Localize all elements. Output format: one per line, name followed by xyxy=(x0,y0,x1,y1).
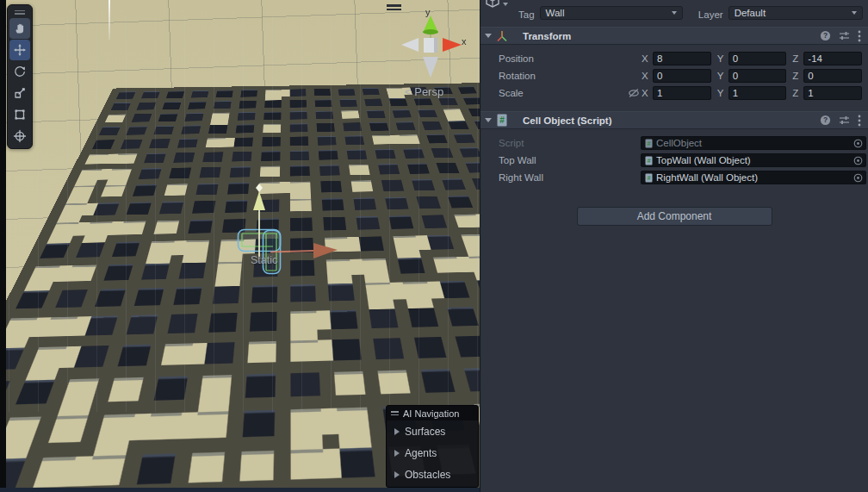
inspector-panel: Tag Wall Layer Default Transform xyxy=(480,0,868,492)
static-flag-label: Static xyxy=(251,254,277,266)
script-file-icon: # xyxy=(645,156,653,165)
rotation-z-field[interactable] xyxy=(803,69,862,83)
tag-dropdown[interactable]: Wall xyxy=(540,6,683,20)
position-z-field[interactable] xyxy=(803,52,862,65)
right-wall-field-row: Right Wall # RightWall (Wall Object) xyxy=(480,169,868,186)
cell-object-body: Script # CellObject Top Wall xyxy=(480,129,868,193)
help-icon[interactable]: ? xyxy=(820,30,831,41)
foldout-expanded-icon[interactable] xyxy=(485,34,492,38)
scale-y-field[interactable] xyxy=(728,86,787,100)
rotate-tool-button[interactable] xyxy=(9,61,30,82)
icon-select-caret[interactable] xyxy=(503,3,508,6)
window-edge-bottom xyxy=(0,488,480,492)
scene-view[interactable]: Static xyxy=(0,0,480,492)
foldout-expanded-icon[interactable] xyxy=(485,118,492,122)
window-edge xyxy=(0,0,6,492)
transform-icon xyxy=(13,129,27,143)
chevron-down-icon xyxy=(672,11,677,15)
rotation-row: Rotation X Y Z xyxy=(480,67,868,84)
rotation-y-field[interactable] xyxy=(728,69,787,83)
gizmo-axes[interactable] xyxy=(389,5,472,83)
hand-tool-button[interactable] xyxy=(9,18,30,39)
ai-navigation-header[interactable]: AI Navigation xyxy=(387,406,478,420)
gameobject-cube-icon[interactable] xyxy=(484,0,501,9)
svg-text:#: # xyxy=(499,115,505,125)
top-wall-object-field[interactable]: # TopWall (Wall Object) xyxy=(641,153,866,167)
tag-label: Tag xyxy=(518,9,535,20)
move-icon xyxy=(13,43,27,57)
position-row: Position X Y Z xyxy=(480,50,868,67)
overlay-title: AI Navigation xyxy=(403,408,459,419)
add-component-button[interactable]: Add Component xyxy=(577,207,772,226)
position-y-field[interactable] xyxy=(728,52,787,65)
ai-navigation-overlay: AI Navigation Surfaces Agents Obstacles xyxy=(386,405,479,488)
chevron-down-icon xyxy=(852,11,857,15)
transform-body: Position X Y Z Rotation X Y Z Scale xyxy=(480,45,868,109)
presets-icon[interactable] xyxy=(839,115,850,126)
toolbar-drag-handle[interactable] xyxy=(9,7,30,17)
scale-icon xyxy=(13,86,27,100)
gizmo-x-label: x xyxy=(462,36,467,47)
object-picker-icon[interactable] xyxy=(851,154,865,166)
rect-icon xyxy=(13,108,27,121)
script-component-icon: # xyxy=(496,114,508,127)
foldout-arrow-icon xyxy=(394,471,400,478)
orientation-gizmo[interactable]: y x < Persp xyxy=(389,5,472,98)
scale-tool-button[interactable] xyxy=(9,83,30,103)
object-picker-icon[interactable] xyxy=(851,171,865,184)
move-tool-button[interactable] xyxy=(9,40,30,60)
scale-z-field[interactable] xyxy=(803,86,862,100)
object-picker-icon[interactable] xyxy=(851,137,865,149)
presets-icon[interactable] xyxy=(839,30,850,41)
gameobject-header: Tag Wall Layer Default xyxy=(480,0,868,24)
hand-icon xyxy=(13,22,27,35)
cell-object-component-header[interactable]: # Cell Object (Script) ? xyxy=(480,111,868,129)
gizmo-y-label: y xyxy=(425,7,431,17)
transform-component-header[interactable]: Transform ? xyxy=(480,27,868,45)
rotation-x-field[interactable] xyxy=(653,69,711,83)
ai-nav-item-obstacles[interactable]: Obstacles xyxy=(387,464,478,485)
svg-text:?: ? xyxy=(823,115,828,124)
projection-mode-label[interactable]: < Persp xyxy=(405,85,443,98)
rect-tool-button[interactable] xyxy=(9,104,30,125)
ai-nav-item-surfaces[interactable]: Surfaces xyxy=(387,420,478,442)
transform-tool-button[interactable] xyxy=(9,126,30,146)
script-object-field[interactable]: # CellObject xyxy=(641,136,866,150)
scale-row: Scale X Y Z xyxy=(480,84,868,102)
right-wall-object-field[interactable]: # RightWall (Wall Object) xyxy=(641,171,866,184)
transform-component-icon xyxy=(496,30,508,42)
scene-tools-toolbar xyxy=(7,4,33,149)
ai-nav-item-agents[interactable]: Agents xyxy=(387,442,478,464)
scale-x-field[interactable] xyxy=(653,86,711,100)
kebab-menu-icon[interactable] xyxy=(858,115,861,127)
kebab-menu-icon[interactable] xyxy=(858,30,861,42)
rotate-icon xyxy=(13,65,27,78)
script-file-icon: # xyxy=(645,139,653,148)
unlinked-scale-icon[interactable] xyxy=(628,88,640,98)
layer-dropdown[interactable]: Default xyxy=(728,6,863,20)
overlay-drag-handle-icon xyxy=(391,411,399,415)
axis-ray xyxy=(108,0,110,40)
foldout-arrow-icon xyxy=(394,428,400,435)
script-file-icon: # xyxy=(645,173,653,183)
script-field-row: Script # CellObject xyxy=(480,134,868,152)
layer-label: Layer xyxy=(698,9,723,20)
top-wall-field-row: Top Wall # TopWall (Wall Object) xyxy=(480,152,868,169)
position-x-field[interactable] xyxy=(653,52,711,65)
foldout-arrow-icon xyxy=(394,450,400,457)
svg-text:?: ? xyxy=(823,31,828,40)
help-icon[interactable]: ? xyxy=(820,115,831,126)
unity-editor-window: Static xyxy=(0,0,868,492)
